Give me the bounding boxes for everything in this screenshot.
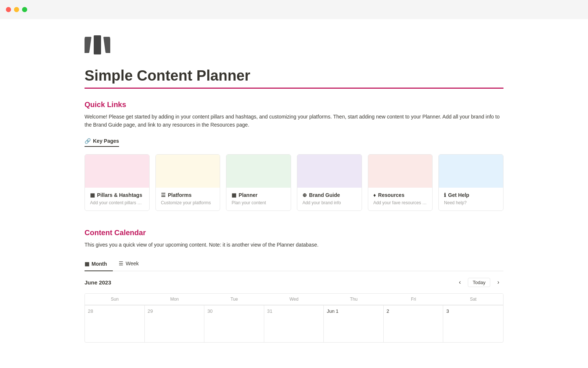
- cell-num-30: 30: [207, 308, 261, 314]
- card-platforms[interactable]: ☰ Platforms Customize your platforms: [155, 154, 220, 211]
- svg-rect-2: [103, 37, 110, 53]
- card-body-brand-guide: ⊕ Brand Guide Add your brand info: [297, 188, 362, 210]
- title-divider: [85, 88, 503, 89]
- calendar-day-headers: Sun Mon Tue Wed Thu Fri Sat: [85, 294, 503, 305]
- day-header-thu: Thu: [324, 294, 384, 305]
- card-title-pillars: ▦ Pillars & Hashtags: [90, 192, 144, 198]
- card-planner[interactable]: ▦ Planner Plan your content: [226, 154, 291, 211]
- tab-week[interactable]: ☰ Week: [119, 258, 145, 271]
- minimize-button[interactable]: [14, 7, 19, 12]
- card-subtitle-resources: Add your fave resources here: [373, 200, 427, 205]
- calendar-cell-30[interactable]: 30: [204, 305, 264, 342]
- pillars-icon: ▦: [90, 192, 95, 198]
- card-brand-guide[interactable]: ⊕ Brand Guide Add your brand info: [297, 154, 362, 211]
- card-subtitle-brand-guide: Add your brand info: [302, 200, 356, 205]
- card-title-planner: ▦ Planner: [232, 192, 286, 198]
- logo: [85, 34, 503, 57]
- svg-rect-1: [94, 35, 101, 54]
- maximize-button[interactable]: [22, 7, 27, 12]
- main-content: Simple Content Planner Quick Links Welco…: [55, 19, 533, 368]
- calendar-month-label: June 2023: [85, 279, 111, 286]
- get-help-icon: ℹ: [444, 192, 446, 198]
- svg-rect-0: [85, 37, 92, 53]
- calendar-cell-31[interactable]: 31: [264, 305, 324, 342]
- card-body-pillars: ▦ Pillars & Hashtags Add your content pi…: [85, 188, 149, 210]
- day-header-mon: Mon: [145, 294, 205, 305]
- card-color-platforms: [156, 155, 220, 188]
- content-calendar-section: Content Calendar This gives you a quick …: [85, 229, 503, 343]
- key-pages-label: 🔗 Key Pages: [85, 138, 119, 147]
- day-header-tue: Tue: [204, 294, 264, 305]
- calendar-week-1: 28 29 30 31 Jun 1 2 3: [85, 305, 503, 342]
- week-tab-icon: ☰: [119, 261, 123, 266]
- titlebar: [0, 0, 588, 19]
- tab-month[interactable]: ▦ Month: [85, 258, 113, 271]
- calendar-cell-jun1[interactable]: Jun 1: [324, 305, 384, 342]
- key-pages-cards: ▦ Pillars & Hashtags Add your content pi…: [85, 154, 503, 211]
- card-subtitle-pillars: Add your content pillars & hasht...: [90, 200, 144, 205]
- card-resources[interactable]: ♦ Resources Add your fave resources here: [368, 154, 433, 211]
- cell-num-31: 31: [267, 308, 321, 314]
- quick-links-title: Quick Links: [85, 100, 503, 109]
- card-subtitle-get-help: Need help?: [444, 200, 498, 205]
- cell-num-2: 2: [387, 308, 440, 314]
- calendar-next-button[interactable]: ›: [493, 277, 503, 287]
- card-body-platforms: ☰ Platforms Customize your platforms: [156, 188, 220, 210]
- calendar-today-button[interactable]: Today: [468, 278, 490, 287]
- calendar-grid: Sun Mon Tue Wed Thu Fri Sat 28 29 30: [85, 293, 503, 343]
- close-button[interactable]: [6, 7, 11, 12]
- card-color-brand-guide: [297, 155, 362, 188]
- calendar-header: June 2023 ‹ Today ›: [85, 277, 503, 287]
- card-subtitle-platforms: Customize your platforms: [161, 200, 215, 205]
- card-color-resources: [368, 155, 433, 188]
- quick-links-section: Quick Links Welcome! Please get started …: [85, 100, 503, 211]
- day-header-wed: Wed: [264, 294, 324, 305]
- card-body-get-help: ℹ Get Help Need help?: [439, 188, 503, 210]
- card-body-resources: ♦ Resources Add your fave resources here: [368, 188, 433, 210]
- card-color-get-help: [439, 155, 503, 188]
- calendar-tabs: ▦ Month ☰ Week: [85, 258, 503, 271]
- card-pillars[interactable]: ▦ Pillars & Hashtags Add your content pi…: [85, 154, 150, 211]
- card-subtitle-planner: Plan your content: [232, 200, 286, 205]
- card-title-platforms: ☰ Platforms: [161, 192, 215, 198]
- calendar-prev-button[interactable]: ‹: [455, 277, 465, 287]
- cell-num-29: 29: [148, 308, 201, 314]
- planner-icon: ▦: [232, 192, 236, 198]
- cell-num-3: 3: [446, 308, 500, 314]
- resources-icon: ♦: [373, 192, 376, 198]
- brand-guide-icon: ⊕: [302, 192, 307, 198]
- cell-num-jun1: Jun 1: [327, 308, 380, 314]
- card-color-pillars: [85, 155, 149, 188]
- calendar-cell-2[interactable]: 2: [384, 305, 444, 342]
- content-calendar-description: This gives you a quick view of your upco…: [85, 241, 503, 249]
- card-title-brand-guide: ⊕ Brand Guide: [302, 192, 356, 198]
- calendar-cell-28[interactable]: 28: [85, 305, 145, 342]
- quick-links-description: Welcome! Please get started by adding in…: [85, 113, 503, 129]
- card-title-resources: ♦ Resources: [373, 192, 427, 198]
- calendar-cell-3[interactable]: 3: [443, 305, 503, 342]
- day-header-fri: Fri: [384, 294, 444, 305]
- card-title-get-help: ℹ Get Help: [444, 192, 498, 198]
- week-tab-label: Week: [126, 261, 139, 266]
- day-header-sat: Sat: [443, 294, 503, 305]
- platforms-icon: ☰: [161, 192, 166, 198]
- card-get-help[interactable]: ℹ Get Help Need help?: [438, 154, 503, 211]
- card-body-planner: ▦ Planner Plan your content: [226, 188, 291, 210]
- calendar-cell-29[interactable]: 29: [145, 305, 205, 342]
- card-color-planner: [226, 155, 291, 188]
- day-header-sun: Sun: [85, 294, 145, 305]
- key-pages-icon: 🔗: [85, 138, 91, 144]
- cell-num-28: 28: [88, 308, 141, 314]
- month-tab-icon: ▦: [85, 261, 89, 267]
- calendar-navigation: ‹ Today ›: [455, 277, 503, 287]
- content-calendar-title: Content Calendar: [85, 229, 503, 237]
- page-title: Simple Content Planner: [85, 67, 503, 84]
- month-tab-label: Month: [92, 261, 107, 267]
